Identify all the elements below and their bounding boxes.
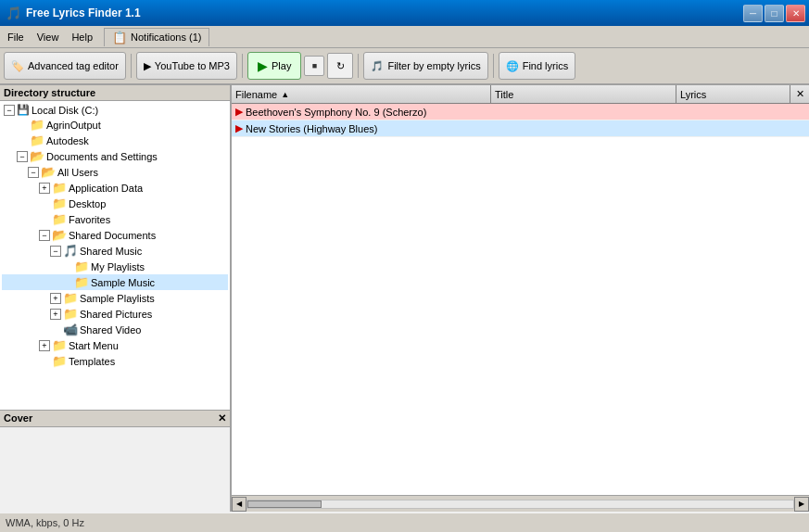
folder-icon: 📂 — [30, 149, 44, 163]
expand-shared-docs[interactable]: − — [39, 230, 50, 241]
hscroll-track[interactable] — [246, 500, 794, 509]
menu-bar: File View Help 📋 Notifications (1) — [0, 26, 809, 48]
file-type-icon: ▶ — [235, 106, 243, 118]
tree-item-start-menu[interactable]: + 📁 Start Menu — [2, 337, 228, 353]
horizontal-scrollbar[interactable]: ◀ ▶ — [232, 495, 809, 512]
menu-help[interactable]: Help — [66, 30, 98, 44]
toolbar-separator-2 — [242, 54, 243, 78]
refresh-icon: ↻ — [336, 60, 345, 72]
file-cell-title — [491, 128, 676, 130]
col-close-button[interactable]: ✕ — [790, 85, 809, 103]
tree-item-shared-docs[interactable]: − 📂 Shared Documents — [2, 227, 228, 243]
expand-local-disk[interactable]: − — [4, 105, 15, 116]
folder-icon: 📁 — [63, 307, 78, 321]
minimize-button[interactable]: ─ — [743, 5, 763, 22]
cover-header: Cover ✕ — [0, 411, 230, 427]
col-header-lyrics[interactable]: Lyrics — [676, 85, 790, 103]
col-header-title[interactable]: Title — [491, 85, 676, 103]
filter-empty-lyrics-button[interactable]: 🎵 Filter by empty lyrics — [363, 52, 487, 80]
folder-icon: 📁 — [52, 212, 67, 226]
main-content: Directory structure − 💾 Local Disk (C:) … — [0, 85, 809, 512]
tree-item-sample-playlists[interactable]: + 📁 Sample Playlists — [2, 290, 228, 306]
toolbar-separator-1 — [131, 54, 132, 78]
file-row[interactable]: ▶ Beethoven's Symphony No. 9 (Scherzo) — [232, 104, 809, 120]
folder-icon: 📁 — [74, 260, 89, 273]
toolbar-separator-4 — [493, 54, 494, 78]
file-name-text: New Stories (Highway Blues) — [246, 123, 377, 134]
file-name-text: Beethoven's Symphony No. 9 (Scherzo) — [246, 107, 426, 118]
expand-app-data[interactable]: + — [39, 183, 50, 194]
tree-item-shared-video[interactable]: 📹 Shared Video — [2, 322, 228, 337]
tree-item-docs-settings[interactable]: − 📂 Documents and Settings — [2, 148, 228, 164]
expand-shared-pictures[interactable]: + — [50, 309, 61, 320]
right-content: ▶ Beethoven's Symphony No. 9 (Scherzo) ▶… — [232, 104, 809, 512]
folder-icon: 📁 — [63, 291, 78, 305]
expand-all-users[interactable]: − — [28, 167, 39, 178]
app-icon: 🎵 — [6, 6, 21, 20]
toolbar-separator-3 — [358, 54, 359, 78]
tree-item-shared-music[interactable]: − 🎵 Shared Music — [2, 243, 228, 259]
tree-item-shared-pictures[interactable]: + 📁 Shared Pictures — [2, 306, 228, 322]
youtube-to-mp3-button[interactable]: ▶ YouTube to MP3 — [136, 52, 237, 80]
hscroll-right-button[interactable]: ▶ — [794, 497, 809, 512]
find-icon: 🌐 — [506, 60, 519, 72]
directory-structure-header: Directory structure — [0, 85, 230, 101]
expand-shared-music[interactable]: − — [50, 246, 61, 257]
folder-icon: 📂 — [52, 228, 67, 242]
folder-icon: 📁 — [74, 275, 89, 289]
notifications-tab[interactable]: 📋 Notifications (1) — [104, 28, 209, 46]
col-header-filename[interactable]: Filename ▲ — [232, 85, 491, 103]
cover-close-button[interactable]: ✕ — [218, 412, 226, 424]
hscroll-thumb[interactable] — [247, 500, 322, 508]
expand-start-menu[interactable]: + — [39, 340, 50, 351]
expand-docs-settings[interactable]: − — [17, 151, 28, 162]
file-list[interactable]: ▶ Beethoven's Symphony No. 9 (Scherzo) ▶… — [232, 104, 809, 495]
file-list-header: Filename ▲ Title Lyrics ✕ — [232, 85, 809, 104]
app-title: Free Lyrics Finder 1.1 — [26, 6, 141, 19]
youtube-label: YouTube to MP3 — [155, 60, 230, 71]
left-panel: Directory structure − 💾 Local Disk (C:) … — [0, 85, 232, 512]
file-cell-lyrics — [676, 111, 809, 113]
sort-indicator: ▲ — [281, 90, 289, 99]
refresh-button[interactable]: ↻ — [327, 53, 353, 79]
folder-icon: 📁 — [30, 118, 44, 132]
tree-item-templates[interactable]: 📁 Templates — [2, 353, 228, 369]
find-lyrics-button[interactable]: 🌐 Find lyrics — [499, 52, 576, 80]
toolbar: 🏷️ Advanced tag editor ▶ YouTube to MP3 … — [0, 48, 809, 85]
tree-container[interactable]: − 💾 Local Disk (C:) 📁 AgrinOutput 📁 Auto… — [0, 101, 230, 410]
maximize-button[interactable]: □ — [765, 5, 784, 22]
status-text: WMA, kbps, 0 Hz — [6, 517, 84, 528]
stop-button[interactable]: ■ — [304, 56, 324, 76]
advanced-tag-editor-button[interactable]: 🏷️ Advanced tag editor — [4, 52, 126, 80]
tree-item-local-disk[interactable]: − 💾 Local Disk (C:) — [2, 103, 228, 117]
file-cell-lyrics — [676, 128, 809, 130]
folder-icon: 📁 — [30, 133, 44, 147]
tree-item-my-playlists[interactable]: 📁 My Playlists — [2, 259, 228, 274]
tag-editor-icon: 🏷️ — [11, 60, 24, 72]
file-type-icon: ▶ — [235, 122, 243, 134]
notification-icon: 📋 — [112, 31, 127, 44]
tree-item-all-users[interactable]: − 📂 All Users — [2, 164, 228, 180]
tree-item-favorites[interactable]: 📁 Favorites — [2, 211, 228, 227]
hscroll-left-button[interactable]: ◀ — [232, 497, 246, 512]
title-bar-buttons: ─ □ ✕ — [743, 5, 805, 22]
tree-item-sample-music[interactable]: 📁 Sample Music — [2, 274, 228, 290]
file-cell-filename: ▶ New Stories (Highway Blues) — [232, 121, 491, 135]
tree-item-agrinoutput[interactable]: 📁 AgrinOutput — [2, 117, 228, 133]
close-button[interactable]: ✕ — [786, 5, 805, 22]
menu-view[interactable]: View — [32, 30, 65, 44]
find-label: Find lyrics — [523, 60, 569, 71]
lyrics-col-label: Lyrics — [680, 89, 706, 100]
tree-item-desktop[interactable]: 📁 Desktop — [2, 196, 228, 211]
folder-icon: 📂 — [41, 165, 56, 179]
tree-item-app-data[interactable]: + 📁 Application Data — [2, 180, 228, 196]
tree-item-autodesk[interactable]: 📁 Autodesk — [2, 133, 228, 148]
menu-file[interactable]: File — [2, 30, 30, 44]
file-cell-title — [491, 111, 676, 113]
file-row[interactable]: ▶ New Stories (Highway Blues) — [232, 120, 809, 137]
filter-icon: 🎵 — [371, 60, 384, 72]
folder-icon: 📁 — [52, 181, 67, 195]
folder-icon: 📁 — [52, 196, 67, 210]
expand-sample-playlists[interactable]: + — [50, 293, 61, 304]
play-button[interactable]: ▶ Play — [247, 52, 301, 80]
